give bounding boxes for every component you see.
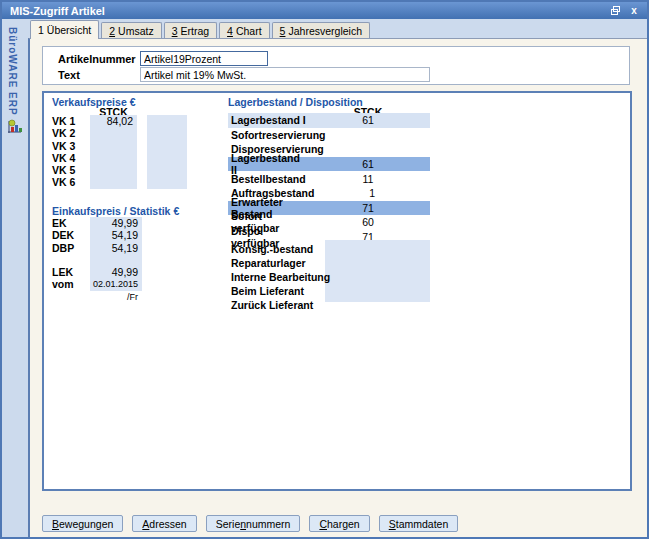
- sidebar: BüroWARE ERP: [2, 19, 28, 537]
- tab-jahresvergleich[interactable]: 5 Jahresvergleich: [272, 22, 370, 38]
- chart-icon[interactable]: [6, 119, 23, 135]
- chargen-button[interactable]: Chargen: [309, 515, 369, 532]
- stammdaten-button[interactable]: Stammdaten: [379, 515, 459, 532]
- tab-strip: 1 Übersicht 2 Umsatz 3 Ertrag 4 Chart 5: [28, 19, 647, 38]
- table-row: Reparaturlager: [228, 256, 358, 270]
- tab-label: Ertrag: [180, 25, 209, 37]
- table-row: LEK49,99: [52, 266, 212, 278]
- table-row: Beim Lieferant: [228, 284, 358, 298]
- text-input[interactable]: [140, 67, 430, 82]
- table-row: Konsig.-bestand: [228, 242, 358, 256]
- window-body: BüroWARE ERP 1 Übersicht 2: [2, 19, 647, 537]
- special-stock-labels: Konsig.-bestand Reparaturlager Interne B…: [228, 242, 358, 312]
- artikelnummer-label: Artikelnummer: [58, 53, 136, 65]
- bottom-button-bar: Bewegungen Adressen Seriennummern Charge…: [42, 515, 458, 532]
- close-icon: x: [631, 5, 637, 16]
- overview-panel: Verkaufspreise € STCK VK 184,02 VK 2 VK …: [42, 91, 632, 491]
- tab-label: Umsatz: [118, 25, 154, 37]
- text-label: Text: [58, 69, 80, 81]
- mis-zugriff-artikel-window: MIS-Zugriff Artikel x BüroWARE ERP: [0, 0, 649, 539]
- table-row: VK 6: [52, 176, 212, 188]
- table-row: Lagerbestand I61: [228, 113, 430, 128]
- seriennummern-button[interactable]: Seriennummern: [206, 515, 301, 532]
- table-row: VK 2: [52, 127, 212, 139]
- ek-rows: EK49,99 DEK54,19 DBP54,19 LEK49,99 vom02…: [52, 217, 212, 291]
- table-row: Bestellbestand11: [228, 171, 430, 186]
- artikelnummer-input[interactable]: [140, 51, 268, 66]
- table-row: Sofortreservierung: [228, 128, 430, 143]
- uebersicht-page: Artikelnummer Text Verkaufspreise € STCK…: [28, 38, 647, 537]
- tab-number: 4: [227, 25, 233, 37]
- brand-vertical-text: BüroWARE ERP: [7, 27, 18, 116]
- table-row: vom02.01.2015 /Fr: [52, 278, 212, 290]
- title-bar: MIS-Zugriff Artikel x: [2, 2, 647, 19]
- tab-chart[interactable]: 4 Chart: [219, 22, 270, 38]
- table-row: Zurück Lieferant: [228, 298, 358, 312]
- tab-uebersicht[interactable]: 1 Übersicht: [30, 20, 99, 39]
- tab-label: Chart: [236, 25, 262, 37]
- table-row: VK 4: [52, 152, 212, 164]
- tab-ertrag[interactable]: 3 Ertrag: [164, 22, 217, 38]
- restore-button[interactable]: [608, 4, 622, 17]
- einkaufspreis-title: Einkaufspreis / Statistik €: [52, 205, 179, 217]
- tab-number: 1: [38, 24, 44, 36]
- table-row: VK 3: [52, 140, 212, 152]
- adressen-button[interactable]: Adressen: [132, 515, 196, 532]
- tab-umsatz[interactable]: 2 Umsatz: [101, 22, 161, 38]
- table-row: VK 184,02: [52, 115, 212, 127]
- table-row: DEK54,19: [52, 229, 212, 241]
- close-button[interactable]: x: [627, 4, 641, 17]
- table-row: EK49,99: [52, 217, 212, 229]
- article-header-panel: Artikelnummer Text: [42, 46, 630, 85]
- tab-number: 5: [280, 25, 286, 37]
- tab-label: Jahresvergleich: [288, 25, 362, 37]
- tab-label: Übersicht: [47, 24, 91, 36]
- table-row: [52, 254, 212, 266]
- vk-rows: VK 184,02 VK 2 VK 3 VK 4 VK 5 VK 6: [52, 115, 212, 189]
- tab-number: 3: [172, 25, 178, 37]
- lagerbestand-rows: Lagerbestand I61 Sofortreservierung Disp…: [228, 113, 430, 244]
- table-row: Interne Bearbeitung: [228, 270, 358, 284]
- tab-number: 2: [109, 25, 115, 37]
- table-row: Lagerbestand II61: [228, 157, 430, 172]
- table-row: DBP54,19: [52, 242, 212, 254]
- table-row: VK 5: [52, 164, 212, 176]
- bewegungen-button[interactable]: Bewegungen: [42, 515, 123, 532]
- window-title: MIS-Zugriff Artikel: [10, 5, 105, 17]
- tab-page-area: 1 Übersicht 2 Umsatz 3 Ertrag 4 Chart 5: [28, 19, 647, 537]
- restore-icon: [611, 6, 620, 15]
